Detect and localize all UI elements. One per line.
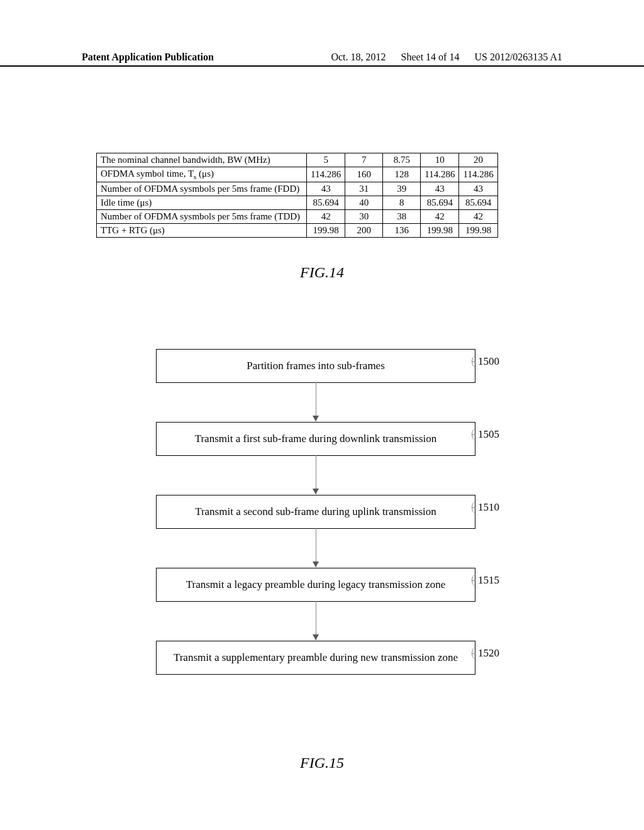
table-cell: 8.75 — [383, 153, 421, 167]
table-cell: 43 — [459, 182, 497, 196]
callout-connector-icon — [472, 507, 475, 508]
flowchart-step-text: Transmit a first sub-frame during downli… — [195, 433, 437, 445]
table-cell: 114.286 — [459, 167, 497, 182]
table-cell: 199.98 — [421, 224, 459, 238]
table-cell: 10 — [421, 153, 459, 167]
table-cell: 136 — [383, 224, 421, 238]
table-cell: 85.694 — [307, 196, 345, 210]
table-row: Number of OFDMA sysmbols per 5ms frame (… — [97, 210, 498, 224]
table-cell: 7 — [345, 153, 383, 167]
table-cell: 43 — [421, 182, 459, 196]
arrow-down-icon — [316, 382, 316, 421]
table-cell: 20 — [459, 153, 497, 167]
callout-connector-icon — [472, 362, 475, 362]
table-cell: 200 — [345, 224, 383, 238]
table-cell: 85.694 — [459, 196, 497, 210]
flowchart-callout-number: 1500 — [478, 355, 499, 368]
flowchart: Partition frames into sub-framesTransmit… — [156, 349, 475, 675]
flowchart-step: Transmit a legacy preamble during legacy… — [156, 568, 475, 602]
header-date: Oct. 18, 2012 — [331, 52, 386, 63]
arrow-down-icon — [316, 601, 316, 640]
callout-connector-icon — [472, 653, 475, 654]
table-cell: 31 — [345, 182, 383, 196]
table-cell: 30 — [345, 210, 383, 224]
table-cell: 85.694 — [421, 196, 459, 210]
table-cell: 43 — [307, 182, 345, 196]
flowchart-step: Partition frames into sub-frames — [156, 349, 475, 383]
table-cell: 160 — [345, 167, 383, 182]
header-sheet: Sheet 14 of 14 — [401, 52, 460, 63]
table-cell: 5 — [307, 153, 345, 167]
parameters-table: The nominal channel bandwidth, BW (MHz)5… — [96, 153, 498, 238]
table-cell: 199.98 — [307, 224, 345, 238]
figure-14-label: FIG.14 — [0, 264, 644, 281]
flowchart-callout-number: 1505 — [478, 428, 499, 441]
callout-connector-icon — [472, 434, 475, 435]
table-cell: 42 — [307, 210, 345, 224]
table-row-label: Number of OFDMA sysmbols per 5ms frame (… — [97, 210, 307, 224]
table-row: Number of OFDMA sysmbols per 5ms frame (… — [97, 182, 498, 196]
table-row-label: Idle time (μs) — [97, 196, 307, 210]
flowchart-step: Transmit a second sub-frame during uplin… — [156, 495, 475, 529]
table-cell: 39 — [383, 182, 421, 196]
flowchart-step-text: Partition frames into sub-frames — [247, 360, 385, 372]
table-cell: 114.286 — [421, 167, 459, 182]
flowchart-callout-number: 1510 — [478, 501, 499, 514]
table-cell: 199.98 — [459, 224, 497, 238]
table-cell: 42 — [421, 210, 459, 224]
flowchart-callout-number: 1520 — [478, 647, 499, 660]
table-row: The nominal channel bandwidth, BW (MHz)5… — [97, 153, 498, 167]
flowchart-step: Transmit a supplementary preamble during… — [156, 641, 475, 675]
table-row: Idle time (μs)85.69440885.69485.694 — [97, 196, 498, 210]
figure-15-label: FIG.15 — [0, 755, 644, 772]
arrow-down-icon — [316, 528, 316, 567]
flowchart-step-text: Transmit a supplementary preamble during… — [174, 651, 458, 663]
table-row-label: The nominal channel bandwidth, BW (MHz) — [97, 153, 307, 167]
flowchart-step-text: Transmit a second sub-frame during uplin… — [195, 506, 436, 517]
page-header: Patent Application Publication Oct. 18, … — [0, 52, 644, 67]
header-publication: Patent Application Publication — [82, 52, 214, 63]
table-cell: 114.286 — [307, 167, 345, 182]
table-cell: 128 — [383, 167, 421, 182]
table-row-label: Number of OFDMA sysmbols per 5ms frame (… — [97, 182, 307, 196]
flowchart-callout-number: 1515 — [478, 574, 499, 587]
header-right: Oct. 18, 2012 Sheet 14 of 14 US 2012/026… — [331, 52, 562, 63]
header-docnum: US 2012/0263135 A1 — [474, 52, 562, 63]
table-row-label: OFDMA symbol time, Ts (μs) — [97, 167, 307, 182]
table-cell: 42 — [459, 210, 497, 224]
arrow-down-icon — [316, 455, 316, 494]
table-row: OFDMA symbol time, Ts (μs)114.2861601281… — [97, 167, 498, 182]
table-row-label: TTG + RTG (μs) — [97, 224, 307, 238]
table-cell: 38 — [383, 210, 421, 224]
flowchart-step-text: Transmit a legacy preamble during legacy… — [186, 578, 445, 590]
table-cell: 40 — [345, 196, 383, 210]
flowchart-step: Transmit a first sub-frame during downli… — [156, 422, 475, 456]
table-row: TTG + RTG (μs)199.98200136199.98199.98 — [97, 224, 498, 238]
table-cell: 8 — [383, 196, 421, 210]
callout-connector-icon — [472, 580, 475, 581]
